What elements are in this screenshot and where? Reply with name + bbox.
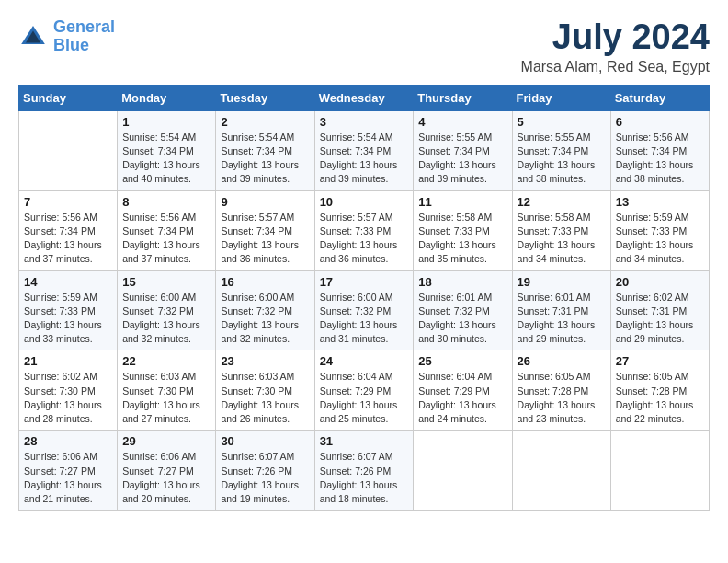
day-number: 28 (24, 434, 112, 448)
day-info: Sunrise: 6:00 AM Sunset: 7:32 PM Dayligh… (122, 291, 210, 347)
cell-w3-d1: 14Sunrise: 5:59 AM Sunset: 7:33 PM Dayli… (19, 270, 118, 350)
day-info: Sunrise: 5:59 AM Sunset: 7:33 PM Dayligh… (24, 291, 112, 347)
day-info: Sunrise: 5:56 AM Sunset: 7:34 PM Dayligh… (616, 131, 704, 187)
day-info: Sunrise: 5:54 AM Sunset: 7:34 PM Dayligh… (320, 131, 409, 187)
day-info: Sunrise: 6:02 AM Sunset: 7:31 PM Dayligh… (616, 291, 704, 347)
cell-w2-d6: 12Sunrise: 5:58 AM Sunset: 7:33 PM Dayli… (512, 190, 610, 270)
day-number: 20 (616, 275, 704, 289)
day-info: Sunrise: 5:54 AM Sunset: 7:34 PM Dayligh… (221, 131, 309, 187)
cell-w4-d3: 23Sunrise: 6:03 AM Sunset: 7:30 PM Dayli… (216, 350, 314, 431)
cell-w5-d3: 30Sunrise: 6:07 AM Sunset: 7:26 PM Dayli… (216, 431, 314, 511)
cell-w2-d3: 9Sunrise: 5:57 AM Sunset: 7:34 PM Daylig… (216, 190, 314, 270)
week-row-1: 1Sunrise: 5:54 AM Sunset: 7:34 PM Daylig… (19, 110, 710, 190)
day-number: 19 (518, 275, 606, 289)
calendar-table: SundayMondayTuesdayWednesdayThursdayFrid… (18, 85, 710, 511)
week-row-5: 28Sunrise: 6:06 AM Sunset: 7:27 PM Dayli… (19, 431, 710, 511)
day-number: 21 (24, 354, 112, 368)
cell-w4-d1: 21Sunrise: 6:02 AM Sunset: 7:30 PM Dayli… (19, 350, 118, 431)
location: Marsa Alam, Red Sea, Egypt (521, 59, 710, 75)
day-number: 17 (320, 275, 409, 289)
day-info: Sunrise: 6:06 AM Sunset: 7:27 PM Dayligh… (122, 450, 210, 506)
cell-w5-d4: 31Sunrise: 6:07 AM Sunset: 7:26 PM Dayli… (314, 431, 414, 511)
day-number: 10 (320, 195, 409, 209)
day-number: 5 (518, 115, 606, 129)
week-row-4: 21Sunrise: 6:02 AM Sunset: 7:30 PM Dayli… (19, 350, 710, 431)
page-header: General Blue July 2024 Marsa Alam, Red S… (18, 18, 710, 75)
cell-w3-d2: 15Sunrise: 6:00 AM Sunset: 7:32 PM Dayli… (118, 270, 216, 350)
day-number: 7 (24, 195, 112, 209)
header-wednesday: Wednesday (314, 85, 414, 110)
day-info: Sunrise: 6:04 AM Sunset: 7:29 PM Dayligh… (320, 370, 409, 426)
day-number: 14 (24, 275, 112, 289)
cell-w1-d6: 5Sunrise: 5:55 AM Sunset: 7:34 PM Daylig… (512, 110, 610, 190)
day-info: Sunrise: 5:56 AM Sunset: 7:34 PM Dayligh… (122, 211, 210, 267)
day-number: 9 (221, 195, 309, 209)
day-info: Sunrise: 6:03 AM Sunset: 7:30 PM Dayligh… (221, 370, 309, 426)
header-sunday: Sunday (19, 85, 118, 110)
day-number: 4 (418, 115, 506, 129)
cell-w3-d4: 17Sunrise: 6:00 AM Sunset: 7:32 PM Dayli… (314, 270, 414, 350)
day-number: 30 (221, 434, 309, 448)
header-tuesday: Tuesday (216, 85, 314, 110)
day-info: Sunrise: 6:05 AM Sunset: 7:28 PM Dayligh… (518, 370, 606, 426)
cell-w5-d2: 29Sunrise: 6:06 AM Sunset: 7:27 PM Dayli… (118, 431, 216, 511)
day-info: Sunrise: 6:00 AM Sunset: 7:32 PM Dayligh… (221, 291, 309, 347)
day-info: Sunrise: 6:07 AM Sunset: 7:26 PM Dayligh… (221, 450, 309, 506)
day-number: 31 (320, 434, 409, 448)
month-title: July 2024 (521, 18, 710, 57)
day-number: 29 (122, 434, 210, 448)
cell-w4-d4: 24Sunrise: 6:04 AM Sunset: 7:29 PM Dayli… (314, 350, 414, 431)
cell-w3-d5: 18Sunrise: 6:01 AM Sunset: 7:32 PM Dayli… (414, 270, 512, 350)
cell-w4-d5: 25Sunrise: 6:04 AM Sunset: 7:29 PM Dayli… (414, 350, 512, 431)
cell-w2-d7: 13Sunrise: 5:59 AM Sunset: 7:33 PM Dayli… (610, 190, 709, 270)
day-info: Sunrise: 6:04 AM Sunset: 7:29 PM Dayligh… (418, 370, 506, 426)
day-info: Sunrise: 5:58 AM Sunset: 7:33 PM Dayligh… (518, 211, 606, 267)
day-number: 24 (320, 354, 409, 368)
day-info: Sunrise: 6:05 AM Sunset: 7:28 PM Dayligh… (616, 370, 704, 426)
logo-text: General Blue (53, 18, 115, 55)
day-number: 8 (122, 195, 210, 209)
logo-blue: Blue (53, 36, 89, 54)
day-info: Sunrise: 5:54 AM Sunset: 7:34 PM Dayligh… (122, 131, 210, 187)
day-number: 27 (616, 354, 704, 368)
day-number: 12 (518, 195, 606, 209)
cell-w3-d7: 20Sunrise: 6:02 AM Sunset: 7:31 PM Dayli… (610, 270, 709, 350)
day-info: Sunrise: 5:55 AM Sunset: 7:34 PM Dayligh… (418, 131, 506, 187)
day-info: Sunrise: 5:57 AM Sunset: 7:33 PM Dayligh… (320, 211, 409, 267)
day-info: Sunrise: 5:58 AM Sunset: 7:33 PM Dayligh… (418, 211, 506, 267)
cell-w2-d5: 11Sunrise: 5:58 AM Sunset: 7:33 PM Dayli… (414, 190, 512, 270)
day-number: 18 (418, 275, 506, 289)
day-info: Sunrise: 6:03 AM Sunset: 7:30 PM Dayligh… (122, 370, 210, 426)
logo-general: General (53, 17, 115, 36)
day-info: Sunrise: 5:55 AM Sunset: 7:34 PM Dayligh… (518, 131, 606, 187)
week-row-3: 14Sunrise: 5:59 AM Sunset: 7:33 PM Dayli… (19, 270, 710, 350)
day-number: 16 (221, 275, 309, 289)
cell-w5-d6 (512, 431, 610, 511)
day-info: Sunrise: 6:07 AM Sunset: 7:26 PM Dayligh… (320, 450, 409, 506)
day-number: 22 (122, 354, 210, 368)
day-info: Sunrise: 5:56 AM Sunset: 7:34 PM Dayligh… (24, 211, 112, 267)
cell-w3-d6: 19Sunrise: 6:01 AM Sunset: 7:31 PM Dayli… (512, 270, 610, 350)
cell-w3-d3: 16Sunrise: 6:00 AM Sunset: 7:32 PM Dayli… (216, 270, 314, 350)
day-number: 3 (320, 115, 409, 129)
header-friday: Friday (512, 85, 610, 110)
header-monday: Monday (118, 85, 216, 110)
day-info: Sunrise: 6:01 AM Sunset: 7:31 PM Dayligh… (518, 291, 606, 347)
day-info: Sunrise: 5:59 AM Sunset: 7:33 PM Dayligh… (616, 211, 704, 267)
day-number: 26 (518, 354, 606, 368)
cell-w1-d5: 4Sunrise: 5:55 AM Sunset: 7:34 PM Daylig… (414, 110, 512, 190)
logo-icon (18, 22, 48, 52)
cell-w1-d1 (19, 110, 118, 190)
day-info: Sunrise: 5:57 AM Sunset: 7:34 PM Dayligh… (221, 211, 309, 267)
day-number: 15 (122, 275, 210, 289)
cell-w2-d4: 10Sunrise: 5:57 AM Sunset: 7:33 PM Dayli… (314, 190, 414, 270)
cell-w2-d2: 8Sunrise: 5:56 AM Sunset: 7:34 PM Daylig… (118, 190, 216, 270)
day-number: 25 (418, 354, 506, 368)
calendar-header-row: SundayMondayTuesdayWednesdayThursdayFrid… (19, 85, 710, 110)
day-info: Sunrise: 6:01 AM Sunset: 7:32 PM Dayligh… (418, 291, 506, 347)
title-block: July 2024 Marsa Alam, Red Sea, Egypt (521, 18, 710, 75)
header-thursday: Thursday (414, 85, 512, 110)
week-row-2: 7Sunrise: 5:56 AM Sunset: 7:34 PM Daylig… (19, 190, 710, 270)
day-number: 23 (221, 354, 309, 368)
logo: General Blue (18, 18, 115, 55)
